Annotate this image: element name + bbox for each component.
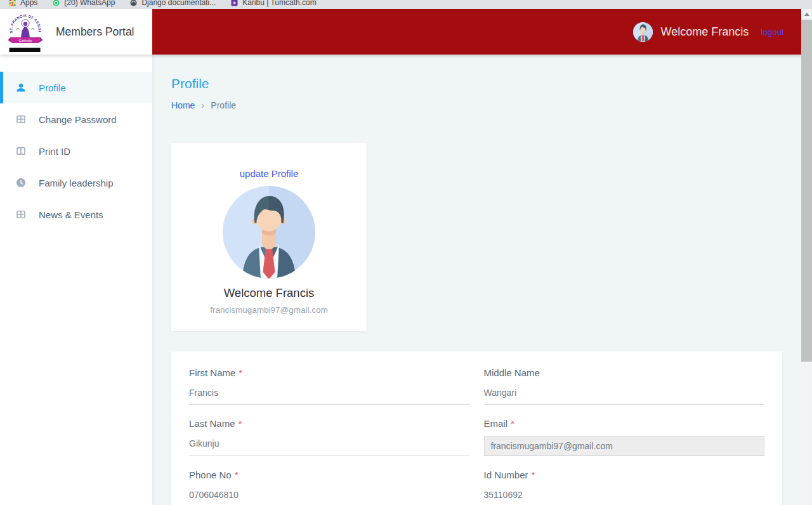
required-marker: * xyxy=(235,469,239,480)
field-middle-name: Middle Name xyxy=(484,367,765,405)
header-user-area: Welcome Francis logout xyxy=(633,9,802,55)
main-content: Profile Home › Profile update Profile We… xyxy=(152,55,801,505)
field-phone-no: Phone No* xyxy=(189,469,470,505)
field-id-number: Id Number* xyxy=(484,469,765,505)
breadcrumb-home-link[interactable]: Home xyxy=(171,100,195,110)
id-number-input[interactable] xyxy=(484,486,765,505)
browser-bookmarks-bar: Apps (20) WhatsApp Django documentati...… xyxy=(0,0,812,9)
welcome-message: Welcome Francis xyxy=(661,25,749,39)
middle-name-label: Middle Name xyxy=(484,367,540,378)
bookmark-apps[interactable]: Apps xyxy=(9,0,37,7)
st-francis-logo-icon: ST. FRANCIS OF ASSISI Catholic xyxy=(7,11,44,52)
page-title: Profile xyxy=(171,76,801,91)
sidebar-item-label: Change Password xyxy=(39,114,117,125)
middle-name-input[interactable] xyxy=(484,384,765,405)
sidebar-item-label: Profile xyxy=(39,82,66,93)
sidebar-item-label: Print ID xyxy=(39,146,70,157)
bookmark-django-docs[interactable]: Django documentati... xyxy=(130,0,216,7)
field-last-name: Last Name* xyxy=(189,418,470,456)
breadcrumb-current: Profile xyxy=(211,100,236,110)
brand-home-link[interactable]: ST. FRANCIS OF ASSISI Catholic Members P… xyxy=(0,9,152,55)
brand-title: Members Portal xyxy=(56,25,134,39)
scrollbar-thumb[interactable] xyxy=(801,20,812,362)
profile-form-card: First Name* Middle Name Last Name* Email… xyxy=(171,351,782,505)
bookmark-label: Karibu | Tumcath.com xyxy=(242,0,317,7)
apps-grid-icon xyxy=(9,0,16,6)
scrollbar-up-button[interactable] xyxy=(801,9,812,20)
bookmark-label: Apps xyxy=(20,0,37,7)
email-input xyxy=(484,436,765,456)
sidebar-item-label: Family leadership xyxy=(39,178,114,188)
profile-avatar xyxy=(223,186,315,279)
clock-icon xyxy=(15,177,27,188)
required-marker: * xyxy=(532,469,535,480)
whatsapp-icon xyxy=(53,0,60,6)
bookmark-karibu-site[interactable]: Karibu | Tumcath.com xyxy=(231,0,317,7)
breadcrumb-separator: › xyxy=(201,100,204,110)
required-marker: * xyxy=(239,418,242,429)
columns-icon xyxy=(15,145,27,157)
field-email: Email* xyxy=(484,418,765,456)
phone-no-label: Phone No xyxy=(189,469,232,480)
user-icon xyxy=(15,82,27,93)
scroll-up-arrow-icon xyxy=(804,13,809,16)
bookmark-label: Django documentati... xyxy=(141,0,216,7)
last-name-label: Last Name xyxy=(189,418,235,429)
table-icon xyxy=(15,209,27,220)
sidebar-item-news-events[interactable]: News & Events xyxy=(0,199,152,230)
app-header: ST. FRANCIS OF ASSISI Catholic Members P… xyxy=(0,9,801,55)
bookmark-whatsapp[interactable]: (20) WhatsApp xyxy=(53,0,115,7)
svg-text:Catholic: Catholic xyxy=(18,39,32,43)
profile-display-name: Welcome Francis xyxy=(178,286,360,300)
phone-no-input[interactable] xyxy=(189,486,470,505)
profile-summary-card: update Profile Welcome Francis francismu… xyxy=(171,143,367,331)
sidebar-item-print-id[interactable]: Print ID xyxy=(0,135,152,167)
bookmark-label: (20) WhatsApp xyxy=(64,0,115,7)
table-icon xyxy=(15,114,27,125)
first-name-input[interactable] xyxy=(189,384,470,405)
email-label: Email xyxy=(484,418,508,429)
django-icon xyxy=(130,0,137,6)
required-marker: * xyxy=(239,367,242,378)
field-first-name: First Name* xyxy=(189,367,470,405)
first-name-label: First Name xyxy=(189,367,235,378)
sidebar-item-profile[interactable]: Profile xyxy=(0,72,152,103)
update-profile-link[interactable]: update Profile xyxy=(240,168,299,179)
required-marker: * xyxy=(511,418,514,429)
sidebar-item-change-password[interactable]: Change Password xyxy=(0,103,152,135)
sidebar-item-label: News & Events xyxy=(39,209,103,220)
breadcrumb: Home › Profile xyxy=(171,100,801,110)
sidebar-nav: Profile Change Password Print ID Family … xyxy=(0,55,152,505)
id-number-label: Id Number xyxy=(484,469,528,480)
logout-link[interactable]: logout xyxy=(761,27,784,37)
browser-scrollbar[interactable] xyxy=(801,9,812,505)
last-name-input[interactable] xyxy=(189,435,470,456)
website-icon xyxy=(231,0,238,6)
profile-email: francismugambi97@gmail.com xyxy=(178,305,360,315)
user-avatar xyxy=(633,22,653,42)
sidebar-item-family-leadership[interactable]: Family leadership xyxy=(0,167,152,199)
